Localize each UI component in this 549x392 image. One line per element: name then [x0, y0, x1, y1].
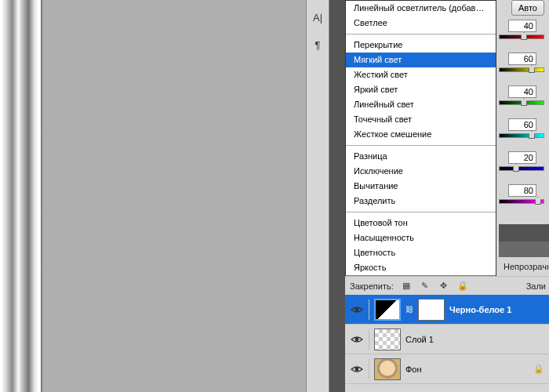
- channel-track[interactable]: [499, 133, 544, 138]
- channel-value[interactable]: 40: [508, 20, 536, 32]
- panel-tabbar[interactable]: [499, 241, 549, 257]
- layer-name[interactable]: Фон: [405, 365, 422, 374]
- lock-label: Закрепить:: [350, 281, 394, 291]
- menu-separator: [346, 145, 496, 146]
- blend-mode-option[interactable]: Цветность: [346, 245, 496, 260]
- blend-mode-option[interactable]: Линейный свет: [346, 97, 496, 112]
- blend-mode-option[interactable]: Жесткий свет: [346, 67, 496, 82]
- column-separator: [369, 329, 369, 350]
- blend-mode-option[interactable]: Разница: [346, 149, 496, 164]
- svg-point-1: [355, 337, 359, 341]
- column-separator: [369, 359, 369, 379]
- blend-mode-option[interactable]: Цветовой тон: [346, 216, 496, 230]
- slider-knob-icon[interactable]: [521, 32, 527, 40]
- slider-knob-icon[interactable]: [521, 98, 527, 106]
- layer-name[interactable]: Черно-белое 1: [449, 305, 511, 314]
- opacity-label: Непрозрачно: [504, 262, 549, 271]
- channel-value[interactable]: 60: [508, 118, 536, 131]
- visibility-eye-icon[interactable]: [350, 332, 364, 347]
- blend-mode-option[interactable]: Исключение: [346, 164, 496, 179]
- slider-knob-icon[interactable]: [529, 65, 535, 73]
- channel-slider[interactable]: 40: [496, 20, 549, 33]
- layer-row[interactable]: Слой 1: [345, 325, 549, 354]
- layer-row[interactable]: ⛓Черно-белое 1: [345, 295, 549, 325]
- paragraph-tool-pilcrow-icon[interactable]: ¶: [307, 35, 328, 54]
- channel-value[interactable]: 80: [508, 184, 536, 197]
- canvas-edge: [41, 0, 43, 392]
- channel-slider[interactable]: 20: [496, 152, 549, 165]
- lock-pixels-icon[interactable]: ✎: [419, 280, 431, 292]
- slider-knob-icon[interactable]: [513, 164, 519, 172]
- slider-knob-icon[interactable]: [535, 197, 541, 205]
- panel-dock-gutter: [329, 0, 345, 392]
- blend-mode-option[interactable]: Перекрытие: [346, 38, 496, 53]
- column-separator: [369, 299, 369, 320]
- paragraph-tool-a-icon[interactable]: A|: [307, 8, 328, 27]
- blend-mode-option[interactable]: Вычитание: [346, 179, 496, 194]
- bw-channel-sliders: Авто 406040602080: [496, 0, 549, 198]
- blend-mode-dropdown-open[interactable]: Линейный осветлитель (добавить)СветлееПе…: [345, 0, 496, 292]
- svg-point-2: [355, 367, 359, 371]
- layers-list[interactable]: ⛓Черно-белое 1Слой 1Фон🔒: [345, 295, 549, 392]
- visibility-eye-icon[interactable]: [350, 362, 364, 376]
- vertical-tool-strip: A| ¶: [306, 0, 329, 392]
- blend-mode-option[interactable]: Точечный свет: [346, 112, 496, 127]
- menu-separator: [346, 212, 496, 212]
- channel-slider[interactable]: 60: [496, 119, 549, 132]
- svg-point-0: [355, 307, 359, 311]
- layer-lock-row: Закрепить: ▦ ✎ ✥ 🔒 Зали: [345, 276, 549, 295]
- fill-label: Зали: [526, 281, 549, 291]
- blend-mode-option[interactable]: Насыщенность: [346, 230, 496, 245]
- channel-slider[interactable]: 80: [496, 185, 549, 198]
- slider-knob-icon[interactable]: [529, 131, 535, 139]
- panel-gap: [499, 224, 549, 241]
- canvas-area[interactable]: [0, 0, 306, 392]
- menu-separator: [346, 34, 496, 34]
- channel-track[interactable]: [499, 166, 544, 171]
- auto-button[interactable]: Авто: [511, 0, 544, 16]
- right-panel: Авто 406040602080 Линейный осветлитель (…: [345, 0, 549, 392]
- adjustment-thumb-icon[interactable]: [374, 299, 401, 321]
- channel-value[interactable]: 20: [508, 151, 536, 164]
- lock-transparency-icon[interactable]: ▦: [400, 280, 413, 292]
- channel-value[interactable]: 60: [508, 53, 536, 65]
- layer-name[interactable]: Слой 1: [405, 335, 434, 344]
- blend-mode-option[interactable]: Яркий свет: [346, 82, 496, 97]
- lock-icon: 🔒: [533, 364, 544, 374]
- channel-slider[interactable]: 60: [496, 53, 549, 66]
- lock-position-icon[interactable]: ✥: [438, 280, 450, 292]
- visibility-eye-icon[interactable]: [350, 303, 364, 317]
- channel-value[interactable]: 40: [508, 85, 536, 98]
- channel-slider[interactable]: 40: [496, 86, 549, 99]
- channel-track[interactable]: [499, 67, 544, 72]
- lock-all-icon[interactable]: 🔒: [456, 280, 469, 292]
- blend-mode-option[interactable]: Линейный осветлитель (добавить): [346, 1, 496, 16]
- blend-mode-option[interactable]: Разделить: [346, 194, 496, 209]
- layer-mode-row: Непрозрачно: [499, 257, 549, 276]
- layer-row[interactable]: Фон🔒: [345, 354, 549, 384]
- mask-thumb-icon[interactable]: [418, 299, 445, 321]
- layer-thumb-icon[interactable]: [374, 358, 401, 380]
- blend-mode-option[interactable]: Жесткое смешение: [346, 127, 496, 142]
- layer-thumb-icon[interactable]: [374, 328, 401, 350]
- blend-mode-option[interactable]: Яркость: [346, 260, 496, 275]
- blend-mode-option[interactable]: Светлее: [346, 16, 496, 31]
- link-icon[interactable]: ⛓: [405, 305, 413, 314]
- blend-mode-option[interactable]: Мягкий свет: [346, 53, 496, 67]
- document-preview: [0, 0, 41, 392]
